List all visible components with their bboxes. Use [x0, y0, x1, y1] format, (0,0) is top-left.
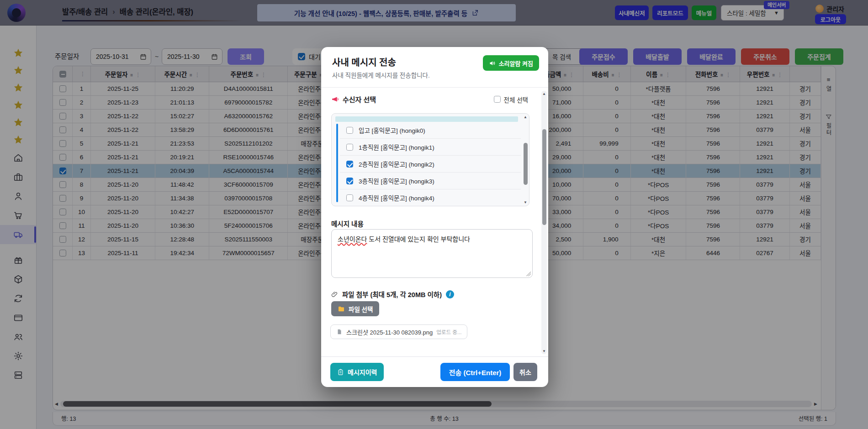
clipboard-icon [337, 369, 344, 376]
file-select-button[interactable]: 파일 선택 [331, 301, 379, 316]
attached-file-name: 스크린샷 2025-11-30 082039.png [346, 328, 433, 336]
scroll-up-arrow-icon[interactable]: ▲ [523, 115, 528, 119]
app-root: 발주/배송 관리 › 배송 관리(온라인, 매장) 기능 개선 안내 (10/2… [0, 0, 868, 429]
modal-divider [321, 87, 548, 88]
recipient-item[interactable]: 입고 [홍익문고] (hongik0) [340, 122, 521, 139]
select-all-checkbox[interactable] [494, 96, 501, 103]
recipient-label: 1층직원 [홍익문고] (hongik1) [359, 142, 434, 152]
message-label: 메시지 내용 [331, 219, 364, 228]
recipients-scrolled-item-partial [335, 116, 518, 122]
send-button[interactable]: 전송 (Ctrl+Enter) [440, 363, 510, 381]
attach-section-header: 파일 첨부 (최대 5개, 각 20MB 이하) i [331, 289, 454, 299]
attached-file-chip[interactable]: 스크린샷 2025-11-30 082039.png 업로드 중... [330, 324, 467, 339]
resize-grip-icon[interactable] [526, 272, 531, 276]
message-textarea[interactable]: 소년이온다 도서 진열대에 있는지 확인 부탁합니다 [331, 229, 533, 278]
recipients-scrollbar: ▲ ▼ [523, 115, 528, 205]
message-history-button[interactable]: 메시지이력 [330, 363, 384, 381]
file-select-label: 파일 선택 [349, 304, 373, 314]
attached-file-status: 업로드 중... [436, 328, 461, 335]
select-all-label: 전체 선택 [504, 95, 528, 104]
message-history-label: 메시지이력 [348, 367, 377, 377]
folder-icon [338, 305, 345, 313]
sound-alarm-toggle[interactable]: 소리알람 켜짐 [483, 55, 539, 71]
scroll-down-arrow-icon[interactable]: ▼ [541, 349, 547, 353]
recipient-item[interactable]: 1층직원 [홍익문고] (hongik1) [340, 139, 521, 156]
recipients-title: 수신자 선택 [343, 94, 376, 104]
speaker-icon [489, 60, 496, 67]
recipients-scrollbar-thumb[interactable] [524, 143, 528, 185]
recipient-label: 3층직원 [홍익문고] (hongik3) [359, 176, 434, 185]
recipient-label: 2층직원 [홍익문고] (hongik2) [359, 159, 434, 168]
paperclip-icon [331, 291, 338, 298]
recipients-list: 입고 [홍익문고] (hongik0) 1층직원 [홍익문고] (hongik1… [331, 113, 529, 206]
info-icon[interactable]: i [446, 290, 454, 298]
recipient-label: 4층직원 [홍익문고] (hongik4) [359, 193, 434, 202]
recipient-checkbox[interactable] [346, 161, 353, 167]
sound-alarm-label: 소리알람 켜짐 [499, 59, 533, 68]
modal-title: 사내 메시지 전송 [332, 55, 396, 68]
recipients-accent-bar [336, 124, 338, 202]
message-text: 도서 진열대에 있는지 확인 부탁합니다 [367, 235, 470, 243]
scroll-up-arrow-icon[interactable]: ▲ [541, 92, 547, 96]
modal-subtitle: 사내 직원들에게 메시지를 전송합니다. [332, 70, 430, 79]
message-modal: 사내 메시지 전송 사내 직원들에게 메시지를 전송합니다. 소리알람 켜짐 수… [321, 47, 548, 387]
recipient-checkbox[interactable] [346, 178, 353, 184]
cancel-button[interactable]: 취소 [513, 363, 537, 381]
megaphone-icon [331, 95, 339, 103]
recipients-items: 입고 [홍익문고] (hongik0) 1층직원 [홍익문고] (hongik1… [340, 122, 521, 206]
recipients-title-row: 수신자 선택 [331, 94, 376, 104]
recipients-header: 수신자 선택 전체 선택 [331, 94, 528, 104]
message-text-misspelled: 소년이온다 [338, 235, 367, 243]
recipient-item[interactable]: 4층직원 [홍익문고] (hongik4) [340, 189, 521, 206]
modal-scrollbar: ▲ ▼ [541, 91, 547, 354]
scroll-down-arrow-icon[interactable]: ▼ [523, 200, 528, 204]
attach-label: 파일 첨부 (최대 5개, 각 20MB 이하) [342, 289, 442, 299]
select-all-row: 전체 선택 [494, 95, 528, 104]
recipient-item[interactable]: 3층직원 [홍익문고] (hongik3) [340, 173, 521, 189]
file-icon [336, 329, 343, 335]
modal-footer-divider [321, 356, 548, 357]
recipient-checkbox[interactable] [346, 127, 353, 134]
recipient-item[interactable]: 2층직원 [홍익문고] (hongik2) [340, 156, 521, 173]
recipient-checkbox[interactable] [346, 144, 353, 151]
recipient-label: 입고 [홍익문고] (hongik0) [359, 126, 425, 135]
recipient-checkbox[interactable] [346, 194, 353, 201]
modal-scrollbar-thumb[interactable] [542, 129, 546, 225]
